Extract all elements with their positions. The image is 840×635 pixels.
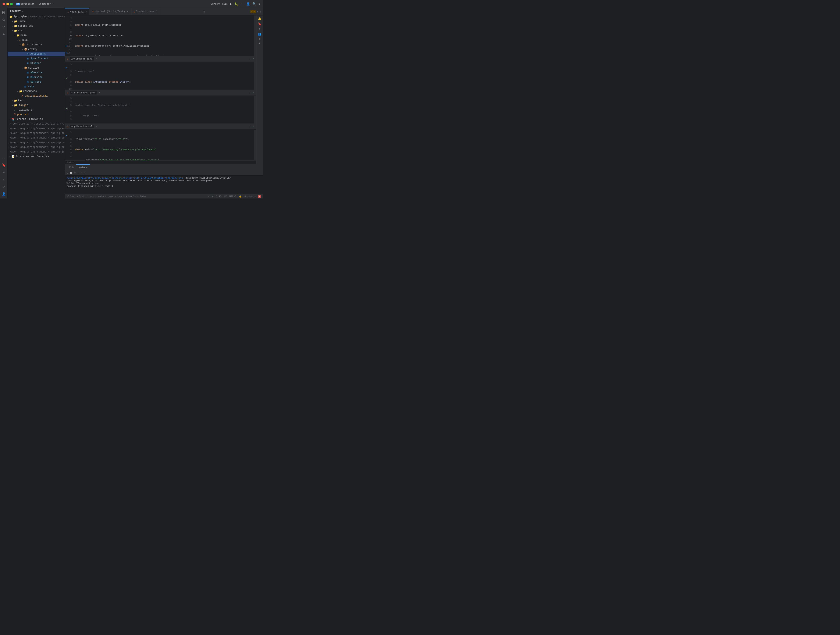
status-line-col[interactable]: 6:45 bbox=[216, 195, 221, 198]
sidebar-item-lib-corretto[interactable]: ▸ < corretto-17 > /Users/eve/Library/Jav… bbox=[8, 121, 65, 126]
sidebar-item-pom-xml[interactable]: M pom.xml bbox=[8, 112, 65, 117]
panel-artstudent: ☕ ArtStudent.java × ⋮ ✓ 3 ▶4 5 6 ●7 bbox=[65, 56, 256, 90]
scrollbar-app-xml[interactable] bbox=[254, 130, 256, 160]
profile-icon[interactable]: 👤 bbox=[246, 2, 250, 6]
bottom-tab-close-main[interactable]: × bbox=[86, 166, 87, 169]
sidebar-item-lib-spring-expr[interactable]: ▸ Maven: org.springframework:spring-expr… bbox=[8, 145, 65, 150]
tab-main-java[interactable]: ☕ Main.java × bbox=[65, 8, 89, 15]
search-icon[interactable]: 🔍 bbox=[253, 2, 256, 6]
sidebar-item-springtest-folder[interactable]: ▸ 📁 SpringTest bbox=[8, 24, 65, 28]
status-branch[interactable]: ⎇ SpringTest bbox=[66, 195, 84, 198]
scrollbar-artstudent[interactable] bbox=[254, 62, 256, 90]
code-content-main[interactable]: import org.example.entity.Student; impor… bbox=[73, 16, 254, 56]
sidebar-item-student[interactable]: C Student bbox=[8, 61, 65, 66]
code-content-artstudent[interactable]: 3 usages new * public class ArtStudent e… bbox=[73, 62, 254, 90]
sidebar-item-java[interactable]: ▾ ☕ java bbox=[8, 38, 65, 43]
sidebar-item-lib-spring-core[interactable]: ▸ Maven: org.springframework:spring-core… bbox=[8, 140, 65, 145]
panel-close-sportstudent[interactable]: × bbox=[99, 92, 100, 94]
debug-icon[interactable]: 🐛 bbox=[235, 2, 238, 6]
run-icon[interactable]: ▶ bbox=[230, 2, 232, 6]
sidebar-item-src[interactable]: ▾ 📁 src bbox=[8, 28, 65, 33]
sidebar-item-lib-spring-beans[interactable]: ▸ Maven: org.springframework:spring-bean… bbox=[8, 131, 65, 136]
rt-notifications-icon[interactable]: 🔔 bbox=[258, 17, 261, 20]
sidebar-item-main-cls[interactable]: C Main bbox=[8, 84, 65, 89]
activity-plugins[interactable]: ⋯ bbox=[1, 155, 7, 161]
chevron-down-icon[interactable]: ∨ bbox=[260, 10, 261, 13]
toolbar-restart-icon[interactable]: ↻ bbox=[66, 171, 68, 175]
sidebar-item-service-package[interactable]: ▾ 📦 service bbox=[8, 66, 65, 70]
scrollbar-main[interactable] bbox=[254, 16, 256, 56]
sidebar-item-lib-spring-context[interactable]: ▸ Maven: org.springframework:spring-cont… bbox=[8, 136, 65, 140]
tab-pom-xml[interactable]: M pom.xml (SpringTest) × bbox=[89, 8, 131, 15]
activity-terminal[interactable]: ⌨ bbox=[1, 169, 7, 175]
folder-icon: 📁 bbox=[9, 15, 13, 19]
sidebar-item-resources[interactable]: ▾ 📁 resources bbox=[8, 89, 65, 94]
sidebar-item-lib-spring-aop[interactable]: ▸ Maven: org.springframework:spring-aop:… bbox=[8, 126, 65, 131]
tab-close-main-java[interactable]: × bbox=[85, 11, 87, 13]
sidebar-item-service-cls[interactable]: I Service bbox=[8, 80, 65, 84]
tab-close-pom-xml[interactable]: × bbox=[127, 11, 128, 13]
panel-tab-app-xml[interactable]: application.xml bbox=[70, 125, 94, 128]
activity-bookmark[interactable]: 🔖 bbox=[1, 162, 7, 168]
status-encoding[interactable]: UTF-8 bbox=[229, 195, 236, 198]
sidebar-item-main-folder[interactable]: ▾ 📁 main bbox=[8, 33, 65, 38]
activity-problems[interactable]: ⚠ bbox=[1, 176, 7, 182]
sidebar-item-artstudent[interactable]: C ArtStudent bbox=[8, 52, 65, 56]
activity-files[interactable] bbox=[1, 10, 7, 16]
bottom-content[interactable]: /Users/eve/Library/Java/JavaVirtualMachi… bbox=[65, 176, 263, 194]
settings-icon[interactable]: ⚙ bbox=[259, 2, 260, 6]
panel-close-app-xml[interactable]: × bbox=[96, 125, 97, 128]
sidebar-item-test[interactable]: ▸ 📁 test bbox=[8, 98, 65, 103]
panel-tab-artstudent[interactable]: ArtStudent.java bbox=[70, 57, 94, 61]
tab-close-student-java[interactable]: × bbox=[156, 11, 158, 13]
rt-users-icon[interactable]: 👥 bbox=[258, 32, 261, 36]
sidebar-item-scratches[interactable]: ▸ 📝 Scratches and Consoles bbox=[8, 154, 65, 159]
activity-settings2[interactable]: ⚙ bbox=[1, 184, 7, 189]
rt-layout-icon[interactable]: ⊞ bbox=[259, 38, 260, 40]
status-indent[interactable]: 4 spaces bbox=[244, 195, 256, 198]
sidebar-item-entity[interactable]: ▾ 📦 entity bbox=[8, 47, 65, 52]
bottom-tab-main[interactable]: Main × bbox=[76, 164, 90, 170]
branch-selector[interactable]: ⎇ master ▾ bbox=[39, 3, 53, 5]
sidebar-item-aservice[interactable]: I AService bbox=[8, 70, 65, 75]
activity-vcs[interactable] bbox=[1, 24, 7, 30]
activity-search[interactable] bbox=[1, 17, 7, 23]
sidebar-item-springtest-root[interactable]: ▾ 📁 SpringTest ~/Desktop/CS/JavaEE/2 Jav… bbox=[8, 14, 65, 19]
panel-more-artstudent[interactable]: ⋮ bbox=[249, 57, 251, 60]
fullscreen-button[interactable] bbox=[10, 3, 13, 5]
sidebar-item-application-xml[interactable]: X application.xml bbox=[8, 94, 65, 98]
sidebar-item-ext-libs[interactable]: ▾ 📚 External Libraries bbox=[8, 117, 65, 121]
code-content-app-xml[interactable]: <?xml version="1.0" encoding="UTF-8"?> <… bbox=[73, 130, 254, 160]
activity-users[interactable]: 👤 bbox=[1, 191, 7, 197]
toolbar-more2-icon[interactable]: ⋯ bbox=[84, 171, 85, 175]
sidebar-item-lib-spring-jcl[interactable]: ▸ Maven: org.springframework:spring-jcl:… bbox=[8, 150, 65, 154]
rt-settings-icon[interactable]: ⚙ bbox=[259, 27, 261, 31]
status-lf[interactable]: LF bbox=[224, 195, 227, 198]
sidebar-item-sportstudent[interactable]: C SportStudent bbox=[8, 56, 65, 61]
panel-more-sportstudent[interactable]: ⋮ bbox=[249, 91, 251, 94]
toolbar-up-icon[interactable]: ↑ bbox=[81, 171, 82, 174]
sidebar-item-gitignore[interactable]: ✓ .gitignore bbox=[8, 107, 65, 112]
toolbar-stop-icon[interactable]: ⏹ bbox=[70, 171, 72, 175]
tab-more[interactable]: ⋮ bbox=[202, 10, 207, 13]
panel-close-artstudent[interactable]: × bbox=[96, 58, 97, 60]
project-label[interactable]: ST SpringTest bbox=[16, 3, 35, 5]
code-content-sportstudent[interactable]: public class SportStudent extends Studen… bbox=[73, 96, 254, 123]
panel-tab-sportstudent[interactable]: SportStudent.java bbox=[70, 91, 97, 95]
more-icon[interactable]: ⋮ bbox=[241, 2, 244, 6]
sidebar-item-bservice[interactable]: C BService bbox=[8, 75, 65, 80]
chevron-up-icon[interactable]: ∧ bbox=[257, 10, 259, 13]
sidebar-item-org-example[interactable]: ▾ 📦 org.example bbox=[8, 43, 65, 47]
sidebar-item-target[interactable]: ▸ 📁 target bbox=[8, 103, 65, 107]
scrollbar-sportstudent[interactable] bbox=[254, 96, 256, 123]
panel-more-app-xml[interactable]: ⋮ bbox=[249, 125, 251, 128]
toolbar-scroll-icon[interactable]: ↓ bbox=[77, 171, 79, 174]
rt-bookmark-icon[interactable]: 🔖 bbox=[258, 22, 261, 26]
toolbar-clear-icon[interactable]: ⌫ bbox=[74, 171, 76, 175]
activity-run[interactable] bbox=[1, 32, 7, 37]
minimize-button[interactable] bbox=[6, 3, 9, 5]
tab-student-java[interactable]: ☕ Student.java × bbox=[131, 8, 160, 15]
bottom-tab-run[interactable]: Run bbox=[66, 164, 76, 170]
sidebar-item-idea[interactable]: ▸ 📁 .idea bbox=[8, 19, 65, 24]
close-button[interactable] bbox=[3, 3, 5, 5]
